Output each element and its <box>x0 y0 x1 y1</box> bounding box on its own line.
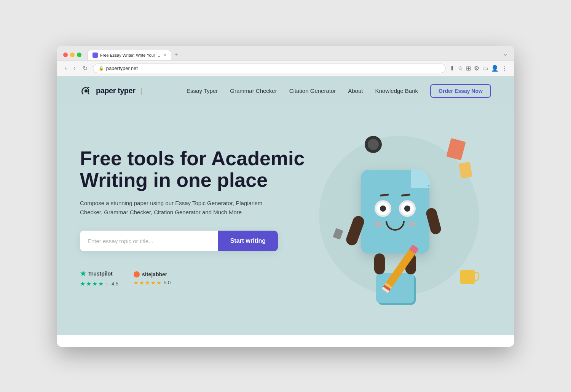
float-book <box>446 138 466 160</box>
hero-title: Free tools for Academic Writing in one p… <box>80 148 306 191</box>
hero-subtitle: Compose a stunning paper using our Essay… <box>80 199 270 217</box>
sj-star-4: ★ <box>151 280 156 286</box>
pupil-left <box>380 206 386 212</box>
forward-button[interactable]: › <box>72 64 77 72</box>
pupil-right <box>404 206 410 212</box>
float-mug <box>460 270 475 284</box>
eyebrow-left <box>380 193 389 196</box>
float-book2 <box>459 161 472 178</box>
reload-button[interactable]: ↻ <box>81 64 89 73</box>
hero-title-line2: Writing in one place <box>80 169 268 191</box>
character-scene <box>304 117 486 315</box>
nav-grammar-checker[interactable]: Grammar Checker <box>230 88 277 94</box>
tab-favicon <box>93 53 98 58</box>
sitejabber-stars: ★ ★ ★ ★ ★ 5.0 <box>134 280 171 286</box>
star-5: ★ <box>104 281 109 287</box>
nav-about[interactable]: About <box>348 88 363 94</box>
eye-right <box>399 200 416 217</box>
svg-point-0 <box>85 89 88 92</box>
character-smile <box>386 221 405 231</box>
trustpilot-score: 4.5 <box>112 281 118 287</box>
window-chevron-icon: ⌄ <box>503 51 508 57</box>
maximize-button[interactable] <box>77 53 81 57</box>
sidebar-icon[interactable]: ▭ <box>482 65 488 72</box>
lock-icon: 🔒 <box>99 66 104 71</box>
sitejabber-label: sitejabber <box>142 271 167 277</box>
cheek-right <box>408 222 415 226</box>
profile-icon[interactable]: 👤 <box>491 65 499 72</box>
hero-content: Free tools for Academic Writing in one p… <box>80 148 306 287</box>
nav-citation-generator[interactable]: Citation Generator <box>289 88 336 94</box>
close-button[interactable] <box>63 53 68 57</box>
traffic-lights <box>63 53 81 57</box>
essay-search-input[interactable] <box>80 231 218 251</box>
character-eyebrows <box>380 194 410 196</box>
logo-text: paper typer <box>96 86 135 95</box>
url-bar-actions: ⬆ ☆ ⊞ ⚙ ▭ 👤 ⋮ <box>450 65 508 72</box>
extensions-icon[interactable]: ⚙ <box>474 65 479 72</box>
trustpilot-star-icon: ★ <box>80 269 86 278</box>
hero-section: Free tools for Academic Writing in one p… <box>57 105 514 326</box>
eye-left <box>375 200 391 217</box>
character-eyes <box>375 200 416 217</box>
logo-area: paper typer | <box>80 85 143 97</box>
page-content: paper typer | Essay Typer Grammar Checke… <box>57 76 514 335</box>
trustpilot-stars: ★ ★ ★ ★ ★ 4.5 <box>80 280 118 287</box>
search-form: Start writing <box>80 231 278 251</box>
trustpilot-label: Trustpilot <box>88 271 113 277</box>
sitejabber-score: 5.0 <box>164 280 171 285</box>
sitejabber-rating: sitejabber ★ ★ ★ ★ ★ 5.0 <box>134 271 171 286</box>
nav-links: Essay Typer Grammar Checker Citation Gen… <box>187 84 491 98</box>
start-writing-button[interactable]: Start writing <box>218 231 278 251</box>
site-nav: paper typer | Essay Typer Grammar Checke… <box>57 76 514 105</box>
trustpilot-rating: ★ Trustpilot ★ ★ ★ ★ ★ 4.5 <box>80 269 118 287</box>
tab-close-icon[interactable]: ✕ <box>163 53 166 57</box>
sj-star-2: ★ <box>139 280 144 286</box>
trustpilot-brand: ★ Trustpilot <box>80 269 118 278</box>
page-bottom <box>57 335 514 347</box>
menu-icon[interactable]: ⋮ <box>502 65 508 72</box>
nav-essay-typer[interactable]: Essay Typer <box>187 88 218 94</box>
bookmark-icon[interactable]: ☆ <box>458 65 463 72</box>
browser-window: Free Essay Writer: Write Your P... ✕ + ⌄… <box>57 46 514 347</box>
hero-title-line1: Free tools for Academic <box>80 147 305 169</box>
sj-star-5: ★ <box>156 280 161 286</box>
eyebrow-right <box>401 193 410 196</box>
title-bar: Free Essay Writer: Write Your P... ✕ + ⌄ <box>57 46 514 61</box>
cheek-left <box>375 222 382 226</box>
ratings-area: ★ Trustpilot ★ ★ ★ ★ ★ 4.5 <box>80 269 306 287</box>
float-graduation-cap <box>365 136 382 153</box>
minimize-button[interactable] <box>70 53 75 57</box>
logo-icon <box>80 85 92 97</box>
pencil-eraser <box>409 244 419 254</box>
tab-title: Free Essay Writer: Write Your P... <box>100 53 161 57</box>
tabs-area: Free Essay Writer: Write Your P... ✕ + <box>88 49 500 60</box>
sj-star-3: ★ <box>145 280 150 286</box>
character-leg-left <box>374 253 385 274</box>
logo-divider: | <box>140 86 142 95</box>
back-button[interactable]: ‹ <box>63 64 68 72</box>
sj-star-1: ★ <box>134 280 139 286</box>
character-body <box>361 170 429 253</box>
star-3: ★ <box>92 280 97 287</box>
share-icon[interactable]: ⬆ <box>450 65 455 72</box>
sitejabber-icon <box>134 271 140 277</box>
star-4: ★ <box>98 280 104 287</box>
url-text: papertyper.net <box>106 65 440 71</box>
title-bar-actions: ⌄ <box>503 51 508 59</box>
hero-illustration <box>276 105 514 326</box>
star-1: ★ <box>80 280 85 287</box>
order-essay-button[interactable]: Order Essay Now <box>430 84 491 98</box>
url-bar: ‹ › ↻ 🔒 papertyper.net ⬆ ☆ ⊞ ⚙ ▭ 👤 ⋮ <box>57 61 514 76</box>
sitejabber-brand: sitejabber <box>134 271 171 277</box>
active-tab[interactable]: Free Essay Writer: Write Your P... ✕ <box>88 50 171 60</box>
star-2: ★ <box>86 280 91 287</box>
grid-icon[interactable]: ⊞ <box>466 65 471 72</box>
nav-knowledge-bank[interactable]: Knowledge Bank <box>375 88 418 94</box>
url-input[interactable]: 🔒 papertyper.net <box>93 64 446 73</box>
new-tab-button[interactable]: + <box>171 49 181 59</box>
